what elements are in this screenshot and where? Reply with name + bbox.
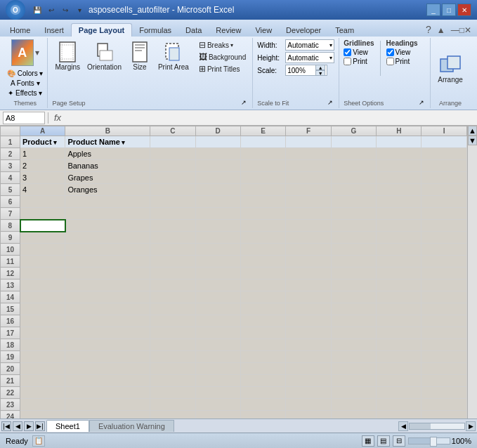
cell-8-8[interactable] xyxy=(422,220,467,232)
cell-19-0[interactable] xyxy=(20,351,65,363)
cell-6-2[interactable] xyxy=(150,196,195,208)
cell-1-3[interactable] xyxy=(195,136,240,148)
row-header-21[interactable]: 21 xyxy=(1,375,20,387)
cell-22-3[interactable] xyxy=(195,387,240,399)
cell-11-2[interactable] xyxy=(150,256,195,268)
cell-11-4[interactable] xyxy=(240,256,285,268)
cell-20-7[interactable] xyxy=(377,363,422,375)
cell-14-8[interactable] xyxy=(422,291,467,303)
cell-9-0[interactable] xyxy=(20,232,65,244)
cell-9-2[interactable] xyxy=(150,232,195,244)
cell-3-6[interactable] xyxy=(331,160,376,172)
cell-19-5[interactable] xyxy=(286,351,331,363)
cell-18-5[interactable] xyxy=(286,339,331,351)
cell-15-1[interactable] xyxy=(65,303,150,315)
cell-16-8[interactable] xyxy=(422,315,467,327)
cell-15-2[interactable] xyxy=(150,303,195,315)
cell-23-5[interactable] xyxy=(286,399,331,411)
cell-2-7[interactable] xyxy=(377,148,422,160)
cell-6-6[interactable] xyxy=(331,196,376,208)
cell-20-1[interactable] xyxy=(65,363,150,375)
background-btn[interactable]: 🖼 Background xyxy=(197,51,248,62)
cell-17-5[interactable] xyxy=(286,327,331,339)
cell-3-2[interactable] xyxy=(150,160,195,172)
sheet-tab-eval-warning[interactable]: Evaluation Warning xyxy=(89,420,174,432)
cell-5-3[interactable] xyxy=(195,184,240,196)
row-header-13[interactable]: 13 xyxy=(1,279,20,291)
row-header-5[interactable]: 5 xyxy=(1,184,20,196)
cell-10-1[interactable] xyxy=(65,244,150,256)
cell-15-8[interactable] xyxy=(422,303,467,315)
cell-7-7[interactable] xyxy=(377,208,422,220)
cell-19-7[interactable] xyxy=(377,351,422,363)
cell-16-6[interactable] xyxy=(331,315,376,327)
cell-5-8[interactable] xyxy=(422,184,467,196)
margins-btn[interactable]: Margins xyxy=(52,39,83,72)
cell-12-6[interactable] xyxy=(331,268,376,279)
status-icon-btn[interactable]: 📋 xyxy=(32,435,45,447)
col-header-i[interactable]: I xyxy=(422,126,467,136)
cell-6-7[interactable] xyxy=(377,196,422,208)
cell-13-3[interactable] xyxy=(195,279,240,291)
cell-20-8[interactable] xyxy=(422,363,467,375)
cell-13-1[interactable] xyxy=(65,279,150,291)
cell-12-3[interactable] xyxy=(195,268,240,279)
restore-btn[interactable]: □ xyxy=(442,4,456,16)
col-header-e[interactable]: E xyxy=(240,126,285,136)
cell-3-7[interactable] xyxy=(377,160,422,172)
cell-11-0[interactable] xyxy=(20,256,65,268)
cell-6-4[interactable] xyxy=(240,196,285,208)
row-header-22[interactable]: 22 xyxy=(1,387,20,399)
cell-24-2[interactable] xyxy=(150,411,195,419)
cell-18-8[interactable] xyxy=(422,339,467,351)
height-dropdown-arrow[interactable]: ▾ xyxy=(329,55,332,61)
cell-14-5[interactable] xyxy=(286,291,331,303)
row-header-15[interactable]: 15 xyxy=(1,303,20,315)
cell-16-2[interactable] xyxy=(150,315,195,327)
cell-7-5[interactable] xyxy=(286,208,331,220)
cell-22-7[interactable] xyxy=(377,387,422,399)
row-header-3[interactable]: 3 xyxy=(1,160,20,172)
cell-4-5[interactable] xyxy=(286,172,331,184)
gridlines-view-checkbox[interactable] xyxy=(344,48,351,56)
cell-9-7[interactable] xyxy=(377,232,422,244)
row-header-10[interactable]: 10 xyxy=(1,244,20,256)
col-header-g[interactable]: G xyxy=(331,126,376,136)
row-header-12[interactable]: 12 xyxy=(1,268,20,279)
cell-12-4[interactable] xyxy=(240,268,285,279)
cell-8-1[interactable] xyxy=(65,220,150,232)
row-header-24[interactable]: 24 xyxy=(1,411,20,419)
save-quick-btn[interactable]: 💾 xyxy=(31,4,44,16)
cell-11-6[interactable] xyxy=(331,256,376,268)
cell-10-4[interactable] xyxy=(240,244,285,256)
cell-8-7[interactable] xyxy=(377,220,422,232)
cell-4-2[interactable] xyxy=(150,172,195,184)
cell-17-4[interactable] xyxy=(240,327,285,339)
cell-7-3[interactable] xyxy=(195,208,240,220)
cell-22-5[interactable] xyxy=(286,387,331,399)
row-header-4[interactable]: 4 xyxy=(1,172,20,184)
cell-21-2[interactable] xyxy=(150,375,195,387)
headings-print-checkbox[interactable] xyxy=(386,58,394,65)
headings-view-checkbox[interactable] xyxy=(386,48,394,56)
orientation-btn[interactable]: Orientation xyxy=(84,39,124,72)
cell-21-3[interactable] xyxy=(195,375,240,387)
cell-7-4[interactable] xyxy=(240,208,285,220)
prev-tab-btn[interactable]: ◀ xyxy=(13,421,22,431)
cell-13-5[interactable] xyxy=(286,279,331,291)
row-header-14[interactable]: 14 xyxy=(1,291,20,303)
cell-6-3[interactable] xyxy=(195,196,240,208)
cell-9-8[interactable] xyxy=(422,232,467,244)
cell-7-1[interactable] xyxy=(65,208,150,220)
cell-24-4[interactable] xyxy=(240,411,285,419)
row-header-18[interactable]: 18 xyxy=(1,339,20,351)
cell-22-8[interactable] xyxy=(422,387,467,399)
redo-quick-btn[interactable]: ↪ xyxy=(59,4,72,16)
cell-5-2[interactable] xyxy=(150,184,195,196)
breaks-btn[interactable]: ⊟ Breaks ▾ xyxy=(197,39,248,51)
cell-17-6[interactable] xyxy=(331,327,376,339)
cell-15-7[interactable] xyxy=(377,303,422,315)
row-header-20[interactable]: 20 xyxy=(1,363,20,375)
cell-10-8[interactable] xyxy=(422,244,467,256)
minimize-btn[interactable]: _ xyxy=(426,4,440,16)
